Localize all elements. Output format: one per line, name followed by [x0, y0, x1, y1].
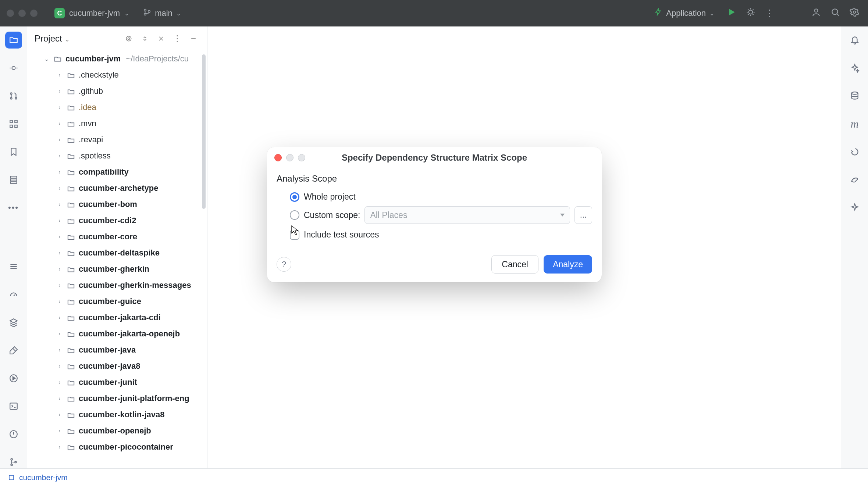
tree-item[interactable]: ›cucumber-jakarta-cdi [27, 310, 207, 326]
tree-options-icon[interactable]: ⋮ [171, 32, 184, 45]
profiler-tool-button[interactable] [5, 286, 22, 303]
ai-assistant-tool-button[interactable] [846, 60, 863, 76]
tree-item[interactable]: ›cucumber-java [27, 342, 207, 358]
tree-expander-icon[interactable]: › [55, 363, 64, 369]
database-tool-button[interactable] [846, 87, 863, 104]
ai-actions-tool-button[interactable] [846, 199, 863, 216]
tree-expander-icon[interactable]: › [55, 233, 64, 240]
tree-expander-icon[interactable]: › [55, 250, 64, 256]
more-tools-button[interactable]: ••• [5, 199, 22, 216]
tree-expander-icon[interactable]: › [55, 120, 64, 127]
tree-expander-icon[interactable]: › [55, 395, 64, 402]
tree-item[interactable]: ›.checkstyle [27, 67, 207, 83]
more-actions-button[interactable]: ⋮ [763, 8, 777, 19]
build-tool-button[interactable] [5, 342, 22, 359]
collapse-panel-icon[interactable] [187, 32, 200, 45]
pull-requests-tool-button[interactable] [5, 87, 22, 104]
structure-tool-button[interactable] [5, 115, 22, 132]
tree-expander-icon[interactable]: › [55, 136, 64, 143]
tree-expander-icon[interactable]: › [55, 88, 64, 94]
tree-item[interactable]: ›cucumber-archetype [27, 180, 207, 196]
tree-item[interactable]: ›.revapi [27, 132, 207, 148]
problems-tool-button[interactable] [5, 426, 22, 443]
tree-item[interactable]: ›cucumber-gherkin [27, 261, 207, 277]
tree-item[interactable]: ›cucumber-kotlin-java8 [27, 407, 207, 423]
tree-item[interactable]: ›cucumber-picocontainer [27, 439, 207, 455]
tree-item[interactable]: ›cucumber-openejb [27, 423, 207, 439]
tree-expander-icon[interactable]: › [55, 217, 64, 224]
tree-item[interactable]: ›cucumber-jakarta-openejb [27, 326, 207, 342]
project-view-selector[interactable]: Project⌄ [35, 33, 70, 44]
tree-expander-icon[interactable]: › [55, 428, 64, 434]
bookmarks-tool-button[interactable] [5, 143, 22, 160]
window-close-icon[interactable] [7, 10, 14, 17]
tree-item[interactable]: ›compatibility [27, 164, 207, 180]
cancel-button[interactable]: Cancel [491, 255, 538, 274]
expand-collapse-icon[interactable] [139, 32, 151, 45]
tree-item[interactable]: ›cucumber-bom [27, 196, 207, 212]
vcs-branch-widget[interactable]: main ⌄ [139, 6, 185, 21]
tree-expander-icon[interactable]: › [55, 153, 64, 159]
window-zoom-icon[interactable] [30, 10, 38, 17]
tree-expander-icon[interactable]: › [55, 266, 64, 272]
commit-tool-button[interactable] [5, 60, 22, 76]
tree-expander-icon[interactable]: ⌄ [42, 56, 51, 62]
layers-tool-button[interactable] [5, 314, 22, 331]
custom-scope-option[interactable]: Custom scope: All Places ... [277, 206, 592, 226]
tree-expander-icon[interactable]: › [55, 72, 64, 78]
status-module-name[interactable]: cucumber-jvm [19, 473, 68, 482]
vertical-scrollbar-thumb[interactable] [202, 54, 206, 209]
run-config-selector[interactable]: Application ⌄ [649, 6, 719, 21]
repositories-tool-button[interactable] [5, 171, 22, 188]
whole-project-option[interactable]: Whole project [277, 188, 592, 206]
tree-item[interactable]: ›cucumber-cdi2 [27, 212, 207, 229]
tree-item[interactable]: ›cucumber-gherkin-messages [27, 277, 207, 293]
tree-item[interactable]: ›.mvn [27, 115, 207, 132]
todo-tool-button[interactable] [5, 258, 22, 275]
window-minimize-icon[interactable] [18, 10, 26, 17]
tree-expander-icon[interactable]: › [55, 185, 64, 192]
search-everywhere-icon[interactable] [828, 7, 842, 19]
radio-selected-icon[interactable] [290, 192, 299, 202]
tree-item[interactable]: ›cucumber-guice [27, 293, 207, 310]
select-opened-file-icon[interactable] [122, 32, 135, 45]
custom-scope-combo[interactable]: All Places [364, 206, 570, 224]
hide-icon[interactable] [155, 32, 167, 45]
scope-browse-button[interactable]: ... [574, 206, 592, 224]
tree-item[interactable]: ›cucumber-core [27, 229, 207, 245]
debug-button[interactable] [744, 7, 758, 19]
include-tests-option[interactable]: Include test sources [277, 226, 592, 243]
tree-expander-icon[interactable]: › [55, 411, 64, 418]
tree-expander-icon[interactable]: › [55, 330, 64, 337]
code-with-me-icon[interactable] [809, 7, 823, 19]
tree-item[interactable]: ›cucumber-junit-platform-eng [27, 390, 207, 407]
tree-expander-icon[interactable]: › [55, 169, 64, 175]
tree-item[interactable]: ›cucumber-java8 [27, 358, 207, 374]
tree-item[interactable]: ›.github [27, 83, 207, 99]
maven-tool-button[interactable]: m [846, 115, 863, 132]
analyze-button[interactable]: Analyze [544, 255, 592, 274]
tree-expander-icon[interactable]: › [55, 347, 64, 353]
tree-item[interactable]: ›.idea [27, 99, 207, 115]
project-tree[interactable]: ⌄ cucumber-jvm ~/IdeaProjects/cu ›.check… [27, 51, 207, 486]
gradle-tool-button[interactable] [846, 171, 863, 188]
notifications-tool-button[interactable] [846, 32, 863, 49]
tree-item[interactable]: ›cucumber-deltaspike [27, 245, 207, 261]
settings-icon[interactable] [847, 7, 861, 19]
services-tool-button[interactable] [5, 370, 22, 387]
tree-expander-icon[interactable]: › [55, 282, 64, 289]
tree-expander-icon[interactable]: › [55, 379, 64, 386]
project-tool-button[interactable] [5, 32, 22, 49]
tree-expander-icon[interactable]: › [55, 201, 64, 208]
radio-unselected-icon[interactable] [290, 210, 299, 220]
checkbox-unchecked-icon[interactable] [290, 230, 299, 240]
help-button[interactable]: ? [277, 257, 291, 272]
coverage-tool-button[interactable] [846, 143, 863, 160]
tree-expander-icon[interactable]: › [55, 104, 64, 111]
tree-expander-icon[interactable]: › [55, 444, 64, 450]
run-button[interactable] [725, 7, 739, 19]
tree-root[interactable]: ⌄ cucumber-jvm ~/IdeaProjects/cu [27, 51, 207, 67]
tree-item[interactable]: ›.spotless [27, 148, 207, 164]
tree-expander-icon[interactable]: › [55, 298, 64, 305]
project-selector[interactable]: C cucumber-jvm ⌄ [49, 6, 134, 21]
